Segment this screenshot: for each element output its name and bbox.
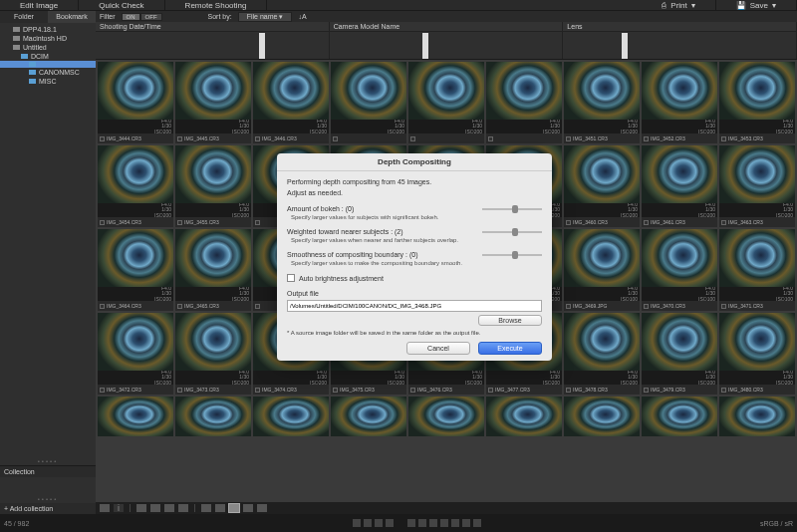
thumbnail[interactable]: F4.01/30ISO200 IMG_3445.CR3 [175, 62, 251, 143]
detail-view-icon[interactable] [257, 504, 267, 512]
grid-small-icon[interactable] [201, 504, 211, 512]
thumbnail-checkbox[interactable] [721, 220, 726, 225]
thumbnail[interactable]: F4.01/30ISO200 IMG_3444.CR3 [98, 62, 173, 143]
thumbnail-checkbox[interactable] [177, 304, 182, 309]
resize-handle[interactable]: ••••• [0, 457, 96, 465]
sb-icon[interactable] [429, 519, 437, 527]
select-all-icon[interactable] [100, 504, 110, 512]
add-collection-button[interactable]: + Add collection [0, 503, 96, 514]
thumbnail-checkbox[interactable] [488, 136, 493, 141]
thumbnail[interactable]: F4.01/30ISO200 IMG_3463.CR3 [719, 145, 795, 227]
col-camera[interactable]: Camera Model Name [330, 22, 564, 31]
thumbnail-checkbox[interactable] [644, 304, 649, 309]
thumbnail-checkbox[interactable] [644, 220, 649, 225]
col-lens[interactable]: Lens [563, 22, 797, 31]
thumbnail[interactable]: F4.01/30ISO200 IMG_3480.CR3 [719, 313, 795, 395]
thumbnail[interactable]: F4.01/30ISO200 IMG_3454.CR3 [98, 145, 173, 227]
bokeh-slider[interactable] [482, 208, 542, 210]
thumbnail[interactable]: F4.01/30ISO200 IMG_3473.CR3 [175, 313, 251, 395]
thumbnail[interactable]: F4.01/30ISO100 IMG_3470.CR3 [642, 229, 717, 311]
thumbnail-checkbox[interactable] [255, 304, 260, 309]
list-view-icon[interactable] [243, 504, 253, 512]
thumbnail[interactable] [98, 397, 173, 436]
thumbnail[interactable]: F4.01/30ISO200 IMG_3479.CR3 [642, 313, 717, 395]
thumbnail-checkbox[interactable] [100, 220, 105, 225]
auto-brightness-checkbox[interactable] [287, 274, 295, 282]
thumbnail[interactable]: F4.01/30ISO100 IMG_3471.CR3 [719, 229, 795, 311]
view-mode-3-icon[interactable] [178, 504, 188, 512]
tree-item[interactable]: Untitled [0, 43, 96, 52]
sb-icon[interactable] [386, 519, 394, 527]
thumbnail[interactable] [564, 397, 640, 436]
thumbnail[interactable] [331, 397, 406, 436]
sort-asc-icon[interactable]: ↓A [298, 13, 306, 20]
thumbnail[interactable]: F4.01/30ISO200 IMG_3460.CR3 [564, 145, 640, 227]
thumbnail[interactable]: F4.01/30ISO200 IMG_3446.CR3 [253, 62, 329, 143]
remote-shooting-button[interactable]: Remote Shooting [165, 0, 268, 11]
col-datetime[interactable]: Shooting Date/Time [96, 22, 330, 31]
sb-icon[interactable] [462, 519, 470, 527]
thumbnail[interactable] [486, 397, 562, 436]
thumbnail[interactable] [408, 397, 484, 436]
cancel-button[interactable]: Cancel [406, 342, 470, 355]
sb-icon[interactable] [407, 519, 415, 527]
thumbnail-checkbox[interactable] [255, 136, 260, 141]
thumbnail[interactable]: F4.01/30ISO100 IMG_3469.JPG [564, 229, 640, 311]
view-mode-1-icon[interactable] [150, 504, 160, 512]
thumbnail-checkbox[interactable] [333, 388, 338, 393]
thumbnail-checkbox[interactable] [644, 136, 649, 141]
thumbnail-checkbox[interactable] [100, 136, 105, 141]
rotate-ccw-icon[interactable] [136, 504, 146, 512]
print-button[interactable]: ⎙Print▾ [642, 0, 715, 11]
save-button[interactable]: 💾Save▾ [716, 0, 797, 11]
thumbnail[interactable]: F4.01/30ISO200 IMG_3461.CR3 [642, 145, 717, 227]
thumbnail[interactable]: F4.01/30ISO200 IMG_3453.CR3 [719, 62, 795, 143]
sort-select[interactable]: File name ▾ [238, 12, 293, 22]
tab-folder[interactable]: Folder [0, 11, 48, 23]
thumbnail-checkbox[interactable] [100, 388, 105, 393]
sb-icon[interactable] [364, 519, 372, 527]
thumbnail[interactable]: F4.01/30ISO200 IMG_3465.CR3 [175, 229, 251, 311]
view-mode-2-icon[interactable] [164, 504, 174, 512]
thumbnail-checkbox[interactable] [566, 136, 571, 141]
thumbnail[interactable]: F4.01/30ISO200 IMG_3478.CR3 [564, 313, 640, 395]
thumbnail[interactable]: F4.01/30ISO200 IMG_3472.CR3 [98, 313, 173, 395]
grid-large-icon[interactable] [229, 504, 239, 512]
quick-check-button[interactable]: Quick Check [79, 0, 164, 11]
thumbnail-checkbox[interactable] [177, 388, 182, 393]
filter-toggle[interactable]: ONOFF [122, 13, 162, 21]
thumbnail-checkbox[interactable] [566, 304, 571, 309]
thumbnail-checkbox[interactable] [488, 388, 493, 393]
thumbnail-checkbox[interactable] [333, 136, 338, 141]
thumbnail[interactable] [253, 397, 329, 436]
thumbnail[interactable] [642, 397, 717, 436]
thumbnail-checkbox[interactable] [410, 136, 415, 141]
thumbnail[interactable]: F4.01/30ISO200 IMG_3455.CR3 [175, 145, 251, 227]
thumbnail-checkbox[interactable] [644, 388, 649, 393]
tree-item[interactable]: DCIM [0, 52, 96, 61]
thumbnail-checkbox[interactable] [566, 220, 571, 225]
tree-item[interactable]: DPP4.18.1 [0, 25, 96, 34]
thumbnail[interactable]: F4.01/30ISO200 IMG_3464.CR3 [98, 229, 173, 311]
thumbnail-checkbox[interactable] [721, 136, 726, 141]
thumbnail[interactable] [719, 397, 795, 436]
thumbnail[interactable]: F4.01/30ISO200 IMG_3451.CR3 [564, 62, 640, 143]
browse-button[interactable]: Browse [478, 315, 542, 326]
grid-med-icon[interactable] [215, 504, 225, 512]
tree-item[interactable]: MISC [0, 77, 96, 86]
thumbnail-checkbox[interactable] [410, 388, 415, 393]
thumbnail-checkbox[interactable] [255, 388, 260, 393]
tree-item[interactable] [0, 61, 96, 68]
thumbnail-checkbox[interactable] [177, 220, 182, 225]
info-icon[interactable]: i [114, 504, 124, 512]
thumbnail[interactable]: F4.01/30ISO200 [408, 62, 484, 143]
thumbnail[interactable]: F4.01/30ISO200 [486, 62, 562, 143]
sb-icon[interactable] [375, 519, 383, 527]
sb-icon[interactable] [418, 519, 426, 527]
sb-icon[interactable] [440, 519, 448, 527]
output-path-input[interactable] [287, 300, 542, 312]
thumbnail-checkbox[interactable] [566, 388, 571, 393]
thumbnail-checkbox[interactable] [177, 136, 182, 141]
thumbnail[interactable]: F4.01/30ISO200 [331, 62, 406, 143]
sb-icon[interactable] [353, 519, 361, 527]
